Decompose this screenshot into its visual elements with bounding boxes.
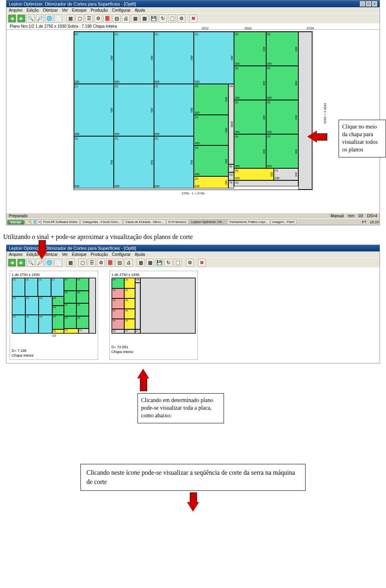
- diagram-icon[interactable]: ⚙: [97, 259, 105, 267]
- menu-ajuda[interactable]: Ajuda: [135, 252, 145, 257]
- gear-icon[interactable]: ⚙: [186, 259, 194, 267]
- status-mm: mm: [348, 214, 355, 218]
- menu-configurar[interactable]: Configurar: [112, 252, 131, 257]
- calendar-icon[interactable]: ▦: [131, 14, 139, 22]
- menubar: Arquivo Edição Otimizar Ver Estoque Prod…: [6, 7, 380, 13]
- menu-arquivo[interactable]: Arquivo: [9, 8, 23, 12]
- app-window-2: Lepton Optimizer. Otimizador de Cortes p…: [6, 245, 380, 363]
- document-icon[interactable]: 📄: [54, 259, 62, 267]
- print-icon[interactable]: 🖨: [125, 259, 133, 267]
- plan-thumbnail-2[interactable]: 1 de 2750 x 1830 (4) (2) (2) (2) (2) U6 …: [109, 271, 198, 360]
- page-icon[interactable]: ▢: [78, 259, 86, 267]
- menu-ajuda[interactable]: Ajuda: [135, 8, 145, 12]
- statusbar: Preparado Manual mm 03 DS=4: [6, 213, 380, 218]
- cutting-plate[interactable]: (1)600500 (1)600500 (1)600500 (1)600500 …: [74, 31, 313, 190]
- menu-ver[interactable]: Ver: [62, 252, 68, 257]
- titlebar-2: Lepton Optimizer. Otimizador de Cortes p…: [6, 245, 380, 251]
- taskbar-item[interactable]: Post-it® Software Notes: [41, 219, 80, 225]
- callout-box-3: Clicando neste ícone pode-se visualizar …: [80, 464, 306, 491]
- minimize-button[interactable]: _: [360, 1, 365, 6]
- save-icon[interactable]: 💾: [155, 259, 163, 267]
- ruler-bottom: 2750 - 1 = 2749: [74, 192, 313, 195]
- pdf-icon[interactable]: 📕: [106, 259, 114, 267]
- delete-icon[interactable]: ✖: [189, 14, 197, 22]
- ruler-top: 1512 2016 2724: [74, 27, 313, 31]
- menu-otimizar[interactable]: Otimizar: [43, 8, 57, 12]
- list-icon[interactable]: ☰: [85, 14, 93, 22]
- diagram-icon[interactable]: ⚙: [94, 14, 102, 22]
- tiles-icon[interactable]: ▩: [140, 14, 148, 22]
- status-ds: DS=4: [367, 214, 377, 218]
- gear-icon[interactable]: ⚙: [177, 14, 185, 22]
- page-icon[interactable]: ▢: [76, 14, 84, 22]
- taskbar-lang: PT: [359, 220, 369, 225]
- refresh-icon[interactable]: ↻: [164, 259, 172, 267]
- menu-producao[interactable]: Produção: [90, 8, 108, 12]
- titlebar: Lepton Optimizer. Otimizador de Cortes p…: [6, 0, 380, 7]
- status-manual: Manual: [331, 214, 344, 218]
- notes-icon[interactable]: 📋: [168, 14, 176, 22]
- refresh-icon[interactable]: ↻: [159, 14, 167, 22]
- toolbar: ◄ ► 🔍 🔎 🌐 📄 ▦ ▢ ☰ ⚙ 📕 ▤ 🖨 ▦ ▩ 💾 ↻ 📋 ⚙ ✖: [6, 13, 380, 23]
- taskbar-item[interactable]: imagem - Paint: [271, 219, 296, 225]
- status-left: Preparado: [9, 214, 28, 218]
- app-window-1: Lepton Optimizer. Otimizador de Cortes p…: [6, 0, 380, 225]
- back-icon[interactable]: ◄: [8, 259, 16, 267]
- red-arrow-icon: [187, 492, 199, 512]
- callout-box-2: Clicando em determinado plano pode-se vi…: [138, 393, 224, 423]
- taskbar-clock: 15:23: [370, 220, 379, 224]
- tiles-icon[interactable]: ▩: [146, 259, 154, 267]
- forward-icon[interactable]: ►: [17, 14, 25, 22]
- pdf-icon[interactable]: 📕: [103, 14, 111, 22]
- plan-thumbnail-1[interactable]: 1 de 2750 x 1830 (1) (1) (1) (1) (1) (1)…: [10, 271, 98, 360]
- close-button[interactable]: ×: [372, 1, 377, 6]
- menu-ver[interactable]: Ver: [62, 8, 68, 12]
- taskbar-item-active[interactable]: Lepton Optimizer. Oti...: [189, 219, 226, 225]
- print-icon[interactable]: 🖨: [122, 14, 130, 22]
- taskbar: Iniciar 📂 🌐 » Post-it® Software Notes Ca…: [6, 218, 380, 225]
- ruler-right: 1830 1 = 1829: [323, 31, 327, 195]
- start-button[interactable]: Iniciar: [7, 220, 25, 225]
- delete-icon[interactable]: ✖: [198, 259, 206, 267]
- back-icon[interactable]: ◄: [8, 14, 16, 22]
- window-title: Lepton Optimizer. Otimizador de Cortes p…: [9, 2, 136, 6]
- menu-edicao[interactable]: Edição: [27, 8, 39, 12]
- taskbar-item[interactable]: D:\Francisco: [166, 219, 189, 225]
- status-03: 03: [359, 214, 363, 218]
- menu-configurar[interactable]: Configurar: [112, 8, 131, 12]
- plate-canvas: 1512 2016 2724 (1)600500 (1)600500 (1)60…: [6, 30, 380, 197]
- menubar-2: Arquivo Edição Otimizar Ver Estoque Prod…: [6, 251, 380, 257]
- menu-producao[interactable]: Produção: [90, 252, 108, 257]
- taskbar-item[interactable]: Treinamento Prático Lept...: [227, 219, 270, 225]
- window-title-2: Lepton Optimizer. Otimizador de Cortes p…: [9, 246, 136, 251]
- maximize-button[interactable]: □: [366, 1, 371, 6]
- thumbs-area: 1 de 2750 x 1830 (1) (1) (1) (1) (1) (1)…: [6, 267, 380, 363]
- body-paragraph-1: Utilizando o sinal + pode-se aproximar a…: [3, 233, 383, 241]
- taskbar-item[interactable]: Caixa de Entrada - Micro...: [123, 219, 166, 225]
- red-arrow-icon: [138, 367, 149, 391]
- red-arrow-icon: [316, 131, 336, 142]
- callout-box-1: Clique no meio da chapa para visualizar …: [339, 120, 386, 157]
- taskbar-item[interactable]: Categorias - Fórum Dom...: [80, 219, 123, 225]
- toolbar-2: ◄ ► 🔍 🔎 🌐 📄 ▦ ▢ ☰ ⚙ 📕 ▤ 🖨 ▦ ▩ 💾 ↻ 📋 ⚙ ✖: [6, 257, 380, 267]
- menu-estoque[interactable]: Estoque: [72, 252, 87, 257]
- document-icon[interactable]: 📄: [54, 14, 62, 22]
- globe-icon[interactable]: 🌐: [45, 14, 53, 22]
- list-icon[interactable]: ☰: [88, 259, 96, 267]
- labels-icon[interactable]: ▤: [115, 259, 123, 267]
- calendar-icon[interactable]: ▦: [137, 259, 145, 267]
- save-icon[interactable]: 💾: [150, 14, 158, 22]
- menu-arquivo[interactable]: Arquivo: [9, 252, 23, 257]
- forward-icon[interactable]: ►: [17, 259, 25, 267]
- zoom-out-icon[interactable]: 🔎: [36, 14, 44, 22]
- notes-icon[interactable]: 📋: [174, 259, 182, 267]
- zoom-in-icon[interactable]: 🔍: [27, 259, 35, 267]
- grid-icon[interactable]: ▦: [66, 259, 74, 267]
- grid-icon[interactable]: ▦: [66, 14, 74, 22]
- labels-icon[interactable]: ▤: [113, 14, 121, 22]
- zoom-in-icon[interactable]: 🔍: [27, 14, 35, 22]
- menu-estoque[interactable]: Estoque: [72, 8, 87, 12]
- red-arrow-icon: [36, 240, 47, 260]
